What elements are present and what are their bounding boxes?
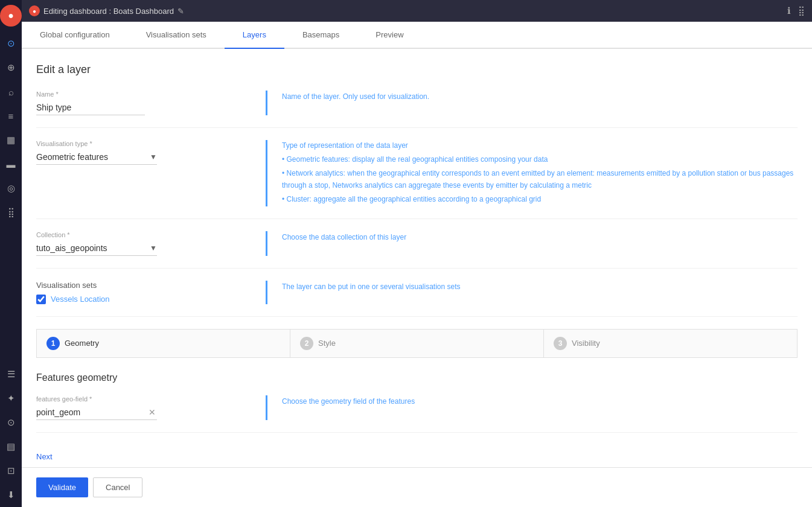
tab-global-configuration[interactable]: Global configuration bbox=[22, 22, 128, 49]
vis-sets-help-text: The layer can be put in one or several v… bbox=[282, 282, 461, 291]
sidebar-item-star[interactable]: ✦ bbox=[0, 387, 22, 409]
sidebar-item-search[interactable]: ⌕ bbox=[0, 81, 22, 103]
vis-type-form-left: Visualisation type * Geometric features … bbox=[36, 140, 266, 206]
geo-field-clear-button[interactable]: ✕ bbox=[147, 407, 157, 417]
sidebar: ● ⊙ ⊕ ⌕ ≡ ▦ ▬ ◎ ⣿ ☰ ✦ ⊙ ▤ ⊡ ⬇ bbox=[0, 0, 22, 507]
sidebar-item-folder[interactable]: ▤ bbox=[0, 436, 22, 458]
next-button[interactable]: Next bbox=[36, 447, 53, 466]
step-visibility[interactable]: 3 Visibility bbox=[544, 330, 797, 357]
collection-help-text: Choose the data collection of this layer bbox=[282, 233, 406, 241]
vis-sets-form-left: Visualisation sets Vessels Location bbox=[36, 281, 266, 304]
vis-type-help: Type of representation of the data layer… bbox=[282, 140, 798, 206]
collection-divider bbox=[266, 231, 267, 256]
name-help-text: Name of the layer. Only used for visuali… bbox=[282, 92, 429, 101]
steps-bar: 1 Geometry 2 Style 3 Visibility bbox=[36, 329, 798, 358]
sidebar-item-storage[interactable]: ⊡ bbox=[0, 460, 22, 482]
vis-type-help-text: Type of representation of the data layer… bbox=[282, 140, 798, 205]
vis-sets-label: Visualisation sets bbox=[36, 281, 251, 290]
geo-field-wrapper: ✕ bbox=[36, 405, 157, 420]
info-icon[interactable]: ℹ bbox=[787, 5, 791, 16]
edit-icon[interactable]: ✎ bbox=[177, 7, 184, 16]
tab-bar: Global configuration Visualisation sets … bbox=[22, 22, 812, 49]
header-actions: ℹ ⣿ bbox=[787, 5, 805, 16]
sidebar-item-bars[interactable]: ▬ bbox=[0, 153, 22, 175]
vis-type-divider bbox=[266, 140, 267, 206]
geo-field-form-left: features geo-field * ✕ bbox=[36, 395, 266, 420]
vis-type-select-wrapper: Geometric features Network analytics Clu… bbox=[36, 150, 157, 165]
step-2-label: Style bbox=[318, 339, 336, 348]
sidebar-item-user[interactable]: ⊙ bbox=[0, 412, 22, 433]
tab-visualisation-sets[interactable]: Visualisation sets bbox=[128, 22, 225, 49]
top-header: ● Editing dashboard : Boats Dashboard ✎ … bbox=[22, 0, 812, 22]
step-2-num: 2 bbox=[300, 337, 313, 350]
collection-arrow-icon: ▼ bbox=[150, 244, 157, 252]
step-3-label: Visibility bbox=[572, 339, 600, 348]
geo-field-help: Choose the geometry field of the feature… bbox=[282, 395, 798, 420]
tab-layers[interactable]: Layers bbox=[225, 22, 284, 49]
step-style[interactable]: 2 Style bbox=[290, 330, 544, 357]
sidebar-item-circle[interactable]: ◎ bbox=[0, 177, 22, 199]
cancel-button[interactable]: Cancel bbox=[93, 477, 142, 497]
name-form-left: Name * bbox=[36, 91, 266, 115]
vis-type-section: Visualisation type * Geometric features … bbox=[36, 140, 798, 219]
geo-field-section: features geo-field * ✕ Choose the geomet… bbox=[36, 395, 798, 433]
collection-select[interactable]: tuto_ais_geopoints bbox=[36, 241, 150, 255]
vis-sets-help: The layer can be put in one or several v… bbox=[282, 281, 798, 304]
vis-sets-divider bbox=[266, 281, 267, 304]
grid-icon[interactable]: ⣿ bbox=[798, 5, 805, 16]
collection-label: Collection * bbox=[36, 231, 251, 238]
name-label: Name * bbox=[36, 91, 251, 98]
geo-field-label: features geo-field * bbox=[36, 395, 251, 403]
page-title: Edit a layer bbox=[36, 63, 798, 76]
geo-field-help-text: Choose the geometry field of the feature… bbox=[282, 397, 415, 406]
vis-type-arrow-icon: ▼ bbox=[150, 153, 157, 161]
sidebar-item-download[interactable]: ⬇ bbox=[0, 484, 22, 506]
validate-button[interactable]: Validate bbox=[36, 477, 88, 497]
vessels-location-label[interactable]: Vessels Location bbox=[51, 295, 110, 304]
geo-field-divider bbox=[266, 395, 267, 420]
collection-form-left: Collection * tuto_ais_geopoints ▼ bbox=[36, 231, 266, 256]
main-panel: ● Editing dashboard : Boats Dashboard ✎ … bbox=[22, 0, 812, 507]
vessels-location-checkbox[interactable] bbox=[36, 295, 46, 304]
sidebar-item-charts[interactable]: ≡ bbox=[0, 105, 22, 127]
sidebar-item-list[interactable]: ☰ bbox=[0, 363, 22, 385]
vis-sets-checkbox-wrapper: Vessels Location bbox=[36, 295, 251, 304]
sidebar-item-home[interactable]: ⊙ bbox=[0, 33, 22, 54]
app-logo[interactable]: ● bbox=[0, 5, 22, 27]
step-geometry[interactable]: 1 Geometry bbox=[37, 330, 290, 357]
name-section: Name * Name of the layer. Only used for … bbox=[36, 91, 798, 128]
collection-select-wrapper: tuto_ais_geopoints ▼ bbox=[36, 241, 157, 256]
step-1-label: Geometry bbox=[65, 339, 99, 348]
header-logo: ● bbox=[29, 5, 40, 16]
step-1-num: 1 bbox=[46, 337, 60, 350]
vis-sets-section: Visualisation sets Vessels Location The … bbox=[36, 281, 798, 317]
vis-type-label: Visualisation type * bbox=[36, 140, 251, 147]
header-title-area: ● Editing dashboard : Boats Dashboard ✎ bbox=[29, 5, 184, 16]
header-title: Editing dashboard : Boats Dashboard bbox=[43, 7, 174, 16]
sidebar-item-grid[interactable]: ▦ bbox=[0, 129, 22, 151]
tab-preview[interactable]: Preview bbox=[357, 22, 421, 49]
geometry-section-title: Features geometry bbox=[36, 372, 798, 383]
sidebar-item-layers[interactable]: ⊕ bbox=[0, 57, 22, 78]
name-divider bbox=[266, 91, 267, 115]
vis-type-select[interactable]: Geometric features Network analytics Clu… bbox=[36, 150, 150, 164]
sidebar-item-dots[interactable]: ⣿ bbox=[0, 202, 22, 223]
tab-basemaps[interactable]: Basemaps bbox=[284, 22, 357, 49]
next-button-area: Next bbox=[36, 445, 798, 467]
name-help: Name of the layer. Only used for visuali… bbox=[282, 91, 798, 115]
geo-field-input[interactable] bbox=[36, 405, 147, 419]
name-input[interactable] bbox=[36, 100, 145, 115]
step-3-num: 3 bbox=[554, 337, 567, 350]
action-buttons-bar: Validate Cancel bbox=[22, 467, 812, 507]
collection-section: Collection * tuto_ais_geopoints ▼ Choose… bbox=[36, 231, 798, 269]
content-area: Edit a layer Name * Name of the layer. O… bbox=[22, 49, 812, 467]
collection-help: Choose the data collection of this layer bbox=[282, 231, 798, 256]
